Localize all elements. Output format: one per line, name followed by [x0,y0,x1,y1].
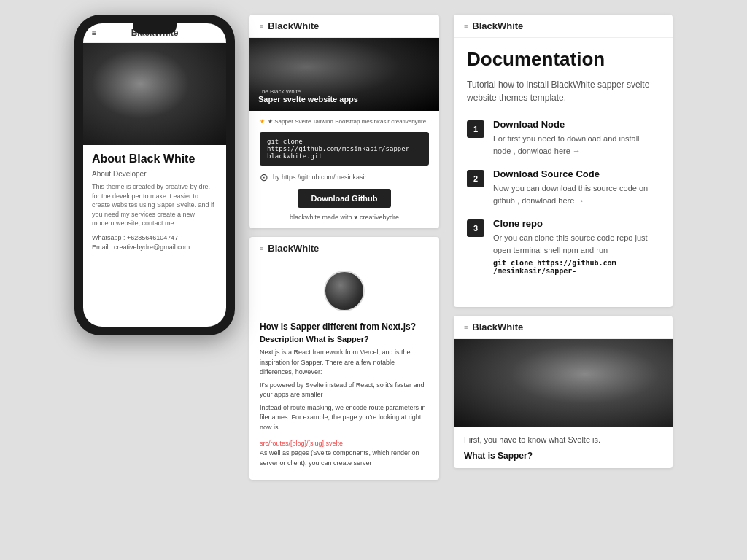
rb-card-title: BlackWhite [472,322,523,332]
step-1-number: 1 [467,120,484,138]
bc-text3: Instead of route masking, we encode rout… [260,403,429,433]
phone-hero-photo [83,43,226,145]
step-1: 1 Download Node For first you need to do… [467,119,659,157]
top-card-title: BlackWhite [268,20,319,31]
tags-row: ★ ★ Sapper Svelte Tailwind Bootstrap mes… [260,118,429,125]
phone-about-subtitle: About Developer [92,170,217,178]
top-card-hero: The Black White Saper svelte website app… [249,38,439,111]
doc-card-header-title: BlackWhite [472,20,523,31]
phone-screen: ≡ BlackWhite About Black White About Dev… [83,23,226,327]
bc-text1: Next.js is a React framework from Vercel… [260,348,429,378]
doc-title: Documentation [467,48,659,71]
rb-card-header: ≡ BlackWhite [454,316,673,339]
top-card-body: ★ ★ Sapper Svelte Tailwind Bootstrap mes… [249,111,439,228]
step-2-content: Download Source Code Now you can downloa… [493,168,659,206]
bc-main-title: How is Sapper different from Next.js? [260,322,429,332]
rb-menu-icon: ≡ [464,324,468,331]
github-icon: ⊙ [260,171,268,183]
made-with-text: blackwhite made with ♥ creativebydre [260,214,429,221]
bc-link[interactable]: src/routes/[blog]/[slug].svelte [260,440,343,447]
phone-hero-image [83,43,226,145]
rb-subtitle: What is Sapper? [464,451,662,461]
step-2: 2 Download Source Code Now you can downl… [467,168,659,206]
doc-card: ≡ BlackWhite Documentation Tutorial how … [454,15,673,307]
bottom-card-header: ≡ BlackWhite [249,237,439,260]
avatar-container [249,260,439,317]
top-card-header: ≡ BlackWhite [249,15,439,38]
rb-hero-image [454,339,673,427]
overlay-main-text: Saper svelte website apps [258,95,358,104]
rb-body: First, you have to know what Svelte is. … [454,427,673,468]
phone-frame: ≡ BlackWhite About Black White About Dev… [74,15,235,335]
tags-text: ★ Sapper Svelte Tailwind Bootstrap mesin… [268,118,426,125]
middle-section: ≡ BlackWhite The Black White Saper svelt… [249,15,439,480]
overlay-small-text: The Black White [258,88,358,95]
bottom-card-title: BlackWhite [268,243,319,254]
phone-section: ≡ BlackWhite About Black White About Dev… [74,15,235,335]
doc-subtitle: Tutorial how to install BlackWhite sappe… [467,78,659,104]
phone-content: About Black White About Developer This t… [83,145,226,327]
github-row: ⊙ by https://github.com/mesinkasir [260,171,429,183]
bc-text4: As well as pages (Svelte components, whi… [260,448,429,468]
step-1-desc: For first you need to download and insta… [493,133,659,157]
phone-whatsapp: Whatsapp : +6285646104747 [92,234,217,241]
phone-email: Email : creativebydre@gmail.com [92,244,217,251]
star-icon: ★ [260,118,265,125]
avatar [324,271,365,311]
step-3-title: Clone repo [493,218,659,229]
step-2-title: Download Source Code [493,168,659,179]
github-text: by https://github.com/mesinkasir [273,174,367,181]
rb-text: First, you have to know what Svelte is. [464,434,662,446]
top-card-menu-icon: ≡ [260,23,263,30]
step-3-content: Clone repo Or you can clone this source … [493,218,659,275]
bc-text2: It's powered by Svelte instead of React,… [260,381,429,400]
bottom-card-menu-icon: ≡ [260,245,263,252]
step-3: 3 Clone repo Or you can clone this sourc… [467,218,659,275]
step-2-desc: Now you can download this source code on… [493,182,659,206]
doc-card-body: Documentation Tutorial how to install Bl… [454,38,673,297]
phone-header: ≡ BlackWhite [83,23,226,43]
top-card: ≡ BlackWhite The Black White Saper svelt… [249,15,439,228]
bc-subtitle: Description What is Sapper? [260,335,429,343]
step-1-title: Download Node [493,119,659,130]
top-card-overlay: The Black White Saper svelte website app… [258,88,358,104]
step-3-number: 3 [467,219,484,237]
doc-card-menu-icon: ≡ [464,23,468,30]
bottom-card-body: How is Sapper different from Next.js? De… [249,317,439,480]
doc-card-header: ≡ BlackWhite [454,15,673,38]
phone-title: BlackWhite [131,28,179,38]
bottom-card: ≡ BlackWhite How is Sapper different fro… [249,237,439,480]
step-1-content: Download Node For first you need to down… [493,119,659,157]
rb-photo [454,339,673,427]
step-2-number: 2 [467,170,484,187]
step-3-code: git clone https://github.com /mesinkasir… [493,259,659,275]
download-github-button[interactable]: Download Github [298,189,390,208]
right-section: ≡ BlackWhite Documentation Tutorial how … [454,15,673,468]
phone-about-description: This theme is created by creative by dre… [92,182,217,228]
hamburger-icon: ≡ [92,29,96,37]
rb-card: ≡ BlackWhite First, you have to know wha… [454,316,673,468]
phone-about-title: About Black White [92,152,217,166]
clone-code-block: git clone https://github.com/mesinkasir/… [260,132,429,166]
step-3-desc: Or you can clone this source code repo j… [493,232,659,256]
